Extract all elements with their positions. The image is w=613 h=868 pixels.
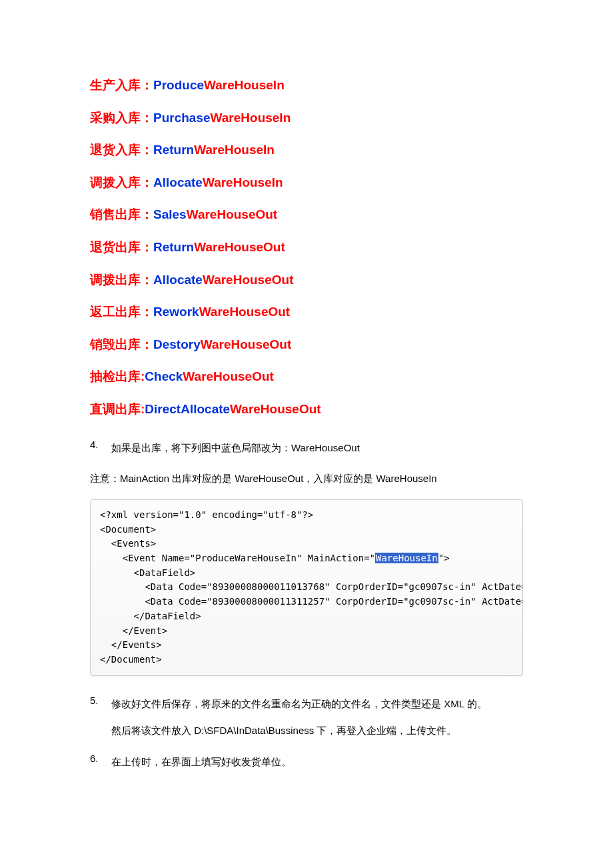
definition-prefix: Return (153, 240, 194, 254)
definition-row: 生产入库：ProduceWareHouseIn (90, 77, 523, 95)
step-text: 然后将该文件放入 D:\SFDA\InData\Bussiness 下，再登入企… (111, 721, 487, 741)
definition-row: 退货出库：ReturnWareHouseOut (90, 239, 523, 257)
code-line: <Data Code="89300008000011311257" CorpOr… (100, 596, 523, 607)
code-line: </Document> (100, 654, 162, 665)
note-text: 注意：MainAction 出库对应的是 WareHouseOut，入库对应的是… (90, 469, 523, 487)
definition-label: 返工出库： (90, 305, 153, 319)
definition-prefix: Allocate (153, 175, 203, 189)
definition-row: 返工出库：ReworkWareHouseOut (90, 303, 523, 321)
definition-prefix: Sales (153, 207, 187, 221)
code-line: <Events> (100, 538, 156, 549)
definition-suffix: WareHouseOut (187, 207, 278, 221)
code-line: <?xml version="1.0" encoding="utf-8"?> (100, 509, 313, 520)
definition-row: 调拨出库：AllocateWareHouseOut (90, 271, 523, 289)
code-line: <Data Code="89300008000011013768" CorpOr… (100, 581, 523, 592)
definition-row: 直调出库:DirectAllocateWareHouseOut (90, 401, 523, 419)
definition-prefix: Return (153, 143, 194, 157)
xml-code-block: <?xml version="1.0" encoding="utf-8"?> <… (90, 499, 523, 676)
definition-prefix: Produce (153, 78, 204, 92)
step-5: 5. 修改好文件后保存，将原来的文件名重命名为正确的文件名，文件类型还是 XML… (90, 695, 523, 741)
definition-suffix: WareHouseIn (204, 78, 285, 92)
highlighted-text: WareHouseIn (375, 553, 438, 563)
definition-row: 调拨入库：AllocateWareHouseIn (90, 174, 523, 192)
code-line: <DataField> (100, 567, 195, 578)
definition-suffix: WareHouseOut (201, 337, 292, 351)
code-line: </Events> (100, 639, 162, 650)
definition-label: 销售出库： (90, 207, 153, 221)
definition-prefix: Purchase (153, 111, 211, 125)
definition-suffix: WareHouseOut (194, 240, 285, 254)
definition-row: 销售出库：SalesWareHouseOut (90, 206, 523, 224)
definition-label: 抽检出库: (90, 369, 145, 383)
definition-prefix: DirectAllocate (145, 402, 230, 416)
definition-suffix: WareHouseOut (183, 369, 274, 383)
step-text: 如果是出库，将下列图中蓝色局部改为：WareHouseOut (111, 439, 360, 458)
definition-label: 生产入库： (90, 78, 153, 92)
definition-prefix: Check (145, 369, 183, 383)
definition-label: 退货入库： (90, 143, 153, 157)
definition-list: 生产入库：ProduceWareHouseIn 采购入库：PurchaseWar… (90, 77, 523, 419)
step-text: 在上传时，在界面上填写好收发货单位。 (111, 753, 291, 772)
step-number: 4. (90, 439, 111, 458)
definition-label: 采购入库： (90, 111, 153, 125)
definition-row: 抽检出库:CheckWareHouseOut (90, 368, 523, 386)
definition-suffix: WareHouseIn (194, 143, 275, 157)
definition-row: 销毁出库：DestoryWareHouseOut (90, 336, 523, 354)
code-line: </DataField> (100, 611, 201, 621)
definition-prefix: Rework (153, 305, 199, 319)
code-line: <Event Name="ProduceWareHouseIn" MainAct… (100, 553, 375, 563)
code-line: </Event> (100, 625, 167, 636)
definition-prefix: Destory (153, 337, 201, 351)
definition-label: 销毁出库： (90, 337, 153, 351)
definition-suffix: WareHouseOut (199, 305, 291, 319)
definition-label: 调拨入库： (90, 175, 153, 189)
definition-suffix: WareHouseOut (230, 402, 321, 416)
code-line: <Document> (100, 524, 156, 535)
definition-suffix: WareHouseIn (211, 111, 291, 125)
definition-suffix: WareHouseOut (203, 273, 294, 287)
definition-prefix: Allocate (153, 273, 203, 287)
definition-row: 采购入库：PurchaseWareHouseIn (90, 109, 523, 127)
definition-row: 退货入库：ReturnWareHouseIn (90, 141, 523, 159)
definition-label: 调拨出库： (90, 273, 153, 287)
step-number: 6. (90, 753, 111, 772)
step-text: 修改好文件后保存，将原来的文件名重命名为正确的文件名，文件类型还是 XML 的。 (111, 695, 487, 714)
code-line: "> (438, 553, 450, 563)
step-number: 5. (90, 695, 111, 741)
definition-label: 直调出库: (90, 402, 145, 416)
step-6: 6. 在上传时，在界面上填写好收发货单位。 (90, 753, 523, 772)
definition-suffix: WareHouseIn (203, 175, 283, 189)
definition-label: 退货出库： (90, 240, 153, 254)
step-4: 4. 如果是出库，将下列图中蓝色局部改为：WareHouseOut (90, 439, 523, 458)
